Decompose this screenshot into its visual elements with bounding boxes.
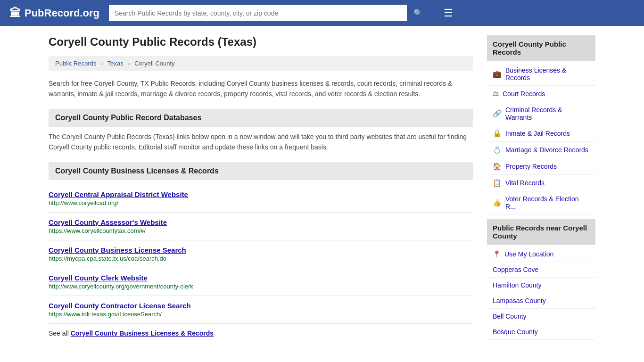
main-container: Coryell County Public Records (Texas) Pu… [39, 26, 605, 352]
sidebar-record-link[interactable]: 💍 Marriage & Divorce Records [487, 142, 595, 158]
nearby-label: Lampasas County [493, 297, 546, 304]
sidebar-link-icon: 🔒 [493, 129, 502, 138]
nearby-link[interactable]: Bosque County [487, 324, 595, 340]
sidebar-link-label: Voter Records & Election R... [505, 195, 590, 210]
sidebar-link-icon: 🔗 [493, 109, 502, 118]
use-location[interactable]: 📍 Use My Location [487, 247, 595, 262]
logo-text: PubRecord.org [25, 7, 99, 19]
see-all: See all Coryell County Business Licenses… [49, 323, 473, 343]
record-url: https://www.coryellcountytax.com/#/ [49, 227, 473, 234]
record-entry: Coryell County Clerk Website http://www.… [49, 268, 473, 296]
menu-button[interactable]: ☰ [444, 7, 453, 19]
record-url: http://www.coryellcounty.org/government/… [49, 283, 473, 290]
nearby-link[interactable]: Hamilton County [487, 278, 595, 293]
sidebar-link-label: Court Records [503, 90, 545, 98]
database-section-header: Coryell County Public Record Databases [49, 109, 473, 127]
nearby-link[interactable]: Lampasas County [487, 293, 595, 309]
sidebar-link-icon: ⚖ [493, 90, 499, 98]
business-section-header: Coryell County Business Licenses & Recor… [49, 162, 473, 180]
page-title: Coryell County Public Records (Texas) [49, 35, 473, 49]
record-entry: Coryell County Assessor's Website https:… [49, 212, 473, 240]
header: 🏛 PubRecord.org 🔍 ☰ [0, 0, 644, 26]
sidebar-link-label: Marriage & Divorce Records [505, 146, 588, 154]
record-title[interactable]: Coryell County Business License Search [49, 246, 473, 254]
sidebar-link-icon: 📋 [493, 179, 502, 187]
nearby-label: Hamilton County [493, 281, 542, 289]
nearby-links: Copperas CoveHamilton CountyLampasas Cou… [487, 262, 595, 340]
record-title[interactable]: Coryell County Clerk Website [49, 274, 473, 282]
sidebar-record-link[interactable]: 🏠 Property Records [487, 158, 595, 175]
breadcrumb-sep-2: › [128, 60, 130, 67]
record-entry: Coryell County Contractor License Search… [49, 296, 473, 323]
use-location-label: Use My Location [504, 250, 553, 258]
content-area: Coryell County Public Records (Texas) Pu… [49, 35, 473, 343]
breadcrumb-texas[interactable]: Texas [107, 60, 124, 67]
nearby-label: Bosque County [493, 328, 538, 336]
see-all-link[interactable]: Coryell County Business Licenses & Recor… [71, 329, 214, 337]
sidebar: Coryell County Public Records 💼 Business… [487, 35, 595, 343]
search-button[interactable]: 🔍 [407, 5, 429, 21]
sidebar-link-label: Vital Records [505, 179, 545, 187]
see-all-text: See all [49, 329, 71, 337]
nearby-section-title: Public Records near Coryell County [487, 219, 595, 245]
sidebar-link-label: Inmate & Jail Records [505, 130, 570, 137]
sidebar-link-label: Criminal Records & Warrants [505, 106, 590, 121]
nearby-label: Bell County [493, 313, 527, 320]
nearby-link[interactable]: Bell County [487, 309, 595, 324]
sidebar-link-label: Property Records [505, 163, 557, 170]
sidebar-record-link[interactable]: 👍 Voter Records & Election R... [487, 191, 595, 214]
sidebar-link-icon: 💍 [493, 146, 502, 154]
breadcrumb: Public Records › Texas › Coryell County [49, 56, 473, 71]
breadcrumb-county: Coryell County [134, 60, 174, 67]
search-bar: 🔍 [109, 5, 429, 21]
search-input[interactable] [109, 5, 407, 21]
nearby-label: Copperas Cove [493, 266, 538, 273]
breadcrumb-public-records[interactable]: Public Records [55, 60, 96, 67]
record-title[interactable]: Coryell County Assessor's Website [49, 218, 473, 226]
record-title[interactable]: Coryell County Contractor License Search [49, 302, 473, 310]
record-entry: Coryell Central Appraisal District Websi… [49, 185, 473, 212]
record-url: https://www.tdlr.texas.gov/LicenseSearch… [49, 311, 473, 318]
record-url: http://www.coryellcad.org/ [49, 199, 473, 206]
sidebar-link-label: Business Licenses & Records [505, 66, 590, 82]
sidebar-record-link[interactable]: 🔗 Criminal Records & Warrants [487, 102, 595, 125]
record-url: https://mycpa.cpa.state.tx.us/coa/search… [49, 255, 473, 262]
sidebar-link-icon: 🏠 [493, 162, 502, 171]
sidebar-link-icon: 👍 [493, 198, 502, 207]
database-description: The Coryell County Public Records (Texas… [49, 132, 473, 153]
page-description: Search for free Coryell County, TX Publi… [49, 78, 473, 99]
sidebar-record-link[interactable]: 📋 Vital Records [487, 175, 595, 191]
sidebar-record-link[interactable]: 💼 Business Licenses & Records [487, 63, 595, 86]
sidebar-record-link[interactable]: ⚖ Court Records [487, 86, 595, 102]
breadcrumb-sep-1: › [101, 60, 103, 67]
sidebar-record-link[interactable]: 🔒 Inmate & Jail Records [487, 125, 595, 142]
record-title[interactable]: Coryell Central Appraisal District Websi… [49, 190, 473, 198]
building-icon: 🏛 [9, 7, 21, 20]
records-list: Coryell Central Appraisal District Websi… [49, 185, 473, 323]
sidebar-links: 💼 Business Licenses & Records ⚖ Court Re… [487, 63, 595, 214]
sidebar-records-title: Coryell County Public Records [487, 35, 595, 61]
site-logo[interactable]: 🏛 PubRecord.org [9, 7, 99, 20]
nearby-link[interactable]: Copperas Cove [487, 262, 595, 278]
sidebar-link-icon: 💼 [493, 70, 502, 78]
record-entry: Coryell County Business License Search h… [49, 240, 473, 268]
location-pin-icon: 📍 [493, 250, 501, 258]
